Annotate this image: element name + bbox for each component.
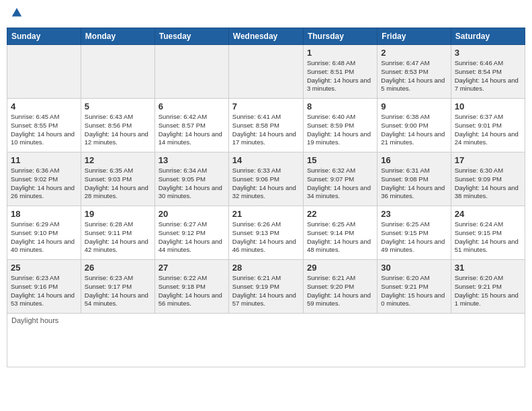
cell-info: Sunrise: 6:25 AMSunset: 9:14 PMDaylight:…: [307, 220, 373, 255]
cell-info: Sunrise: 6:41 AMSunset: 8:58 PMDaylight:…: [232, 113, 300, 147]
cell-info: Sunrise: 6:20 AMSunset: 9:21 PMDaylight:…: [381, 274, 447, 308]
cell-info: Sunrise: 6:45 AMSunset: 8:55 PMDaylight:…: [11, 113, 77, 147]
calendar-cell: 11Sunrise: 6:36 AMSunset: 9:02 PMDayligh…: [7, 152, 81, 206]
calendar-cell: 13Sunrise: 6:34 AMSunset: 9:05 PMDayligh…: [154, 152, 228, 206]
calendar-cell: 20Sunrise: 6:27 AMSunset: 9:12 PMDayligh…: [154, 206, 228, 260]
day-number: 13: [159, 155, 225, 165]
day-number: 30: [381, 263, 447, 273]
calendar-cell: 21Sunrise: 6:26 AMSunset: 9:13 PMDayligh…: [228, 206, 303, 260]
cell-info: Sunrise: 6:46 AMSunset: 8:54 PMDaylight:…: [455, 59, 521, 93]
calendar-cell: 10Sunrise: 6:37 AMSunset: 9:01 PMDayligh…: [451, 99, 525, 152]
col-header-thursday: Thursday: [303, 28, 377, 45]
cell-info: Sunrise: 6:21 AMSunset: 9:19 PMDaylight:…: [232, 274, 300, 308]
calendar-cell: 2Sunrise: 6:47 AMSunset: 8:53 PMDaylight…: [378, 45, 451, 99]
cell-info: Sunrise: 6:26 AMSunset: 9:13 PMDaylight:…: [232, 220, 300, 255]
cell-info: Sunrise: 6:34 AMSunset: 9:05 PMDaylight:…: [159, 167, 225, 201]
calendar-cell: 24Sunrise: 6:24 AMSunset: 9:15 PMDayligh…: [451, 206, 525, 260]
calendar-cell: 16Sunrise: 6:31 AMSunset: 9:08 PMDayligh…: [378, 152, 451, 206]
calendar-cell: [7, 45, 81, 99]
calendar-week-row: 4Sunrise: 6:45 AMSunset: 8:55 PMDaylight…: [7, 99, 525, 152]
cell-info: Sunrise: 6:29 AMSunset: 9:10 PMDaylight:…: [11, 220, 77, 255]
day-number: 2: [381, 48, 447, 58]
cell-info: Sunrise: 6:20 AMSunset: 9:21 PMDaylight:…: [455, 274, 521, 308]
day-number: 1: [307, 48, 373, 58]
cell-info: Sunrise: 6:37 AMSunset: 9:01 PMDaylight:…: [455, 113, 521, 147]
calendar-cell: 29Sunrise: 6:21 AMSunset: 9:20 PMDayligh…: [303, 260, 377, 314]
calendar-cell: 6Sunrise: 6:42 AMSunset: 8:57 PMDaylight…: [154, 99, 228, 152]
day-number: 15: [307, 155, 373, 165]
logo-wordmark: [9, 7, 23, 22]
day-number: 29: [307, 263, 373, 273]
cell-info: Sunrise: 6:47 AMSunset: 8:53 PMDaylight:…: [381, 59, 447, 93]
footnote: Daylight hours: [7, 314, 525, 367]
day-number: 25: [11, 263, 77, 273]
calendar-table: SundayMondayTuesdayWednesdayThursdayFrid…: [7, 28, 525, 367]
cell-info: Sunrise: 6:30 AMSunset: 9:09 PMDaylight:…: [455, 167, 521, 201]
calendar-cell: 28Sunrise: 6:21 AMSunset: 9:19 PMDayligh…: [228, 260, 303, 314]
day-number: 16: [381, 155, 447, 165]
calendar-cell: 3Sunrise: 6:46 AMSunset: 8:54 PMDaylight…: [451, 45, 525, 99]
cell-info: Sunrise: 6:32 AMSunset: 9:07 PMDaylight:…: [307, 167, 373, 201]
calendar-cell: 27Sunrise: 6:22 AMSunset: 9:18 PMDayligh…: [154, 260, 228, 314]
day-number: 23: [381, 209, 447, 219]
col-header-wednesday: Wednesday: [228, 28, 303, 45]
calendar-cell: 1Sunrise: 6:48 AMSunset: 8:51 PMDaylight…: [303, 45, 377, 99]
calendar-cell: 17Sunrise: 6:30 AMSunset: 9:09 PMDayligh…: [451, 152, 525, 206]
day-number: 17: [455, 155, 521, 165]
day-number: 14: [232, 155, 300, 165]
day-number: 5: [85, 101, 151, 111]
day-number: 26: [85, 263, 151, 273]
calendar-cell: 9Sunrise: 6:38 AMSunset: 9:00 PMDaylight…: [378, 99, 451, 152]
col-header-tuesday: Tuesday: [154, 28, 228, 45]
calendar-header-row: SundayMondayTuesdayWednesdayThursdayFrid…: [7, 28, 525, 45]
col-header-saturday: Saturday: [451, 28, 525, 45]
calendar-week-row: 18Sunrise: 6:29 AMSunset: 9:10 PMDayligh…: [7, 206, 525, 260]
cell-info: Sunrise: 6:25 AMSunset: 9:15 PMDaylight:…: [381, 220, 447, 255]
calendar-cell: [81, 45, 154, 99]
calendar-cell: 12Sunrise: 6:35 AMSunset: 9:03 PMDayligh…: [81, 152, 154, 206]
day-number: 24: [455, 209, 521, 219]
cell-info: Sunrise: 6:31 AMSunset: 9:08 PMDaylight:…: [381, 167, 447, 201]
day-number: 27: [159, 263, 225, 273]
day-number: 31: [455, 263, 521, 273]
cell-info: Sunrise: 6:33 AMSunset: 9:06 PMDaylight:…: [232, 167, 300, 201]
cell-info: Sunrise: 6:28 AMSunset: 9:11 PMDaylight:…: [85, 220, 151, 255]
calendar-cell: 31Sunrise: 6:20 AMSunset: 9:21 PMDayligh…: [451, 260, 525, 314]
day-number: 21: [232, 209, 300, 219]
calendar-cell: 5Sunrise: 6:43 AMSunset: 8:56 PMDaylight…: [81, 99, 154, 152]
cell-info: Sunrise: 6:38 AMSunset: 9:00 PMDaylight:…: [381, 113, 447, 147]
calendar-cell: 25Sunrise: 6:23 AMSunset: 9:16 PMDayligh…: [7, 260, 81, 314]
cell-info: Sunrise: 6:27 AMSunset: 9:12 PMDaylight:…: [159, 220, 225, 255]
col-header-monday: Monday: [81, 28, 154, 45]
calendar-week-row: 25Sunrise: 6:23 AMSunset: 9:16 PMDayligh…: [7, 260, 525, 314]
calendar-cell: [228, 45, 303, 99]
calendar-cell: 8Sunrise: 6:40 AMSunset: 8:59 PMDaylight…: [303, 99, 377, 152]
calendar-cell: 14Sunrise: 6:33 AMSunset: 9:06 PMDayligh…: [228, 152, 303, 206]
day-number: 18: [11, 209, 77, 219]
cell-info: Sunrise: 6:23 AMSunset: 9:17 PMDaylight:…: [85, 274, 151, 308]
col-header-friday: Friday: [378, 28, 451, 45]
logo: [9, 7, 23, 22]
calendar-cell: 19Sunrise: 6:28 AMSunset: 9:11 PMDayligh…: [81, 206, 154, 260]
calendar-cell: 23Sunrise: 6:25 AMSunset: 9:15 PMDayligh…: [378, 206, 451, 260]
day-number: 28: [232, 263, 300, 273]
day-number: 7: [232, 101, 300, 111]
col-header-sunday: Sunday: [7, 28, 81, 45]
cell-info: Sunrise: 6:22 AMSunset: 9:18 PMDaylight:…: [159, 274, 225, 308]
logo-icon: [11, 7, 23, 19]
calendar-cell: 22Sunrise: 6:25 AMSunset: 9:14 PMDayligh…: [303, 206, 377, 260]
calendar-cell: 18Sunrise: 6:29 AMSunset: 9:10 PMDayligh…: [7, 206, 81, 260]
cell-info: Sunrise: 6:24 AMSunset: 9:15 PMDaylight:…: [455, 220, 521, 255]
day-number: 4: [11, 101, 77, 111]
cell-info: Sunrise: 6:21 AMSunset: 9:20 PMDaylight:…: [307, 274, 373, 308]
day-number: 12: [85, 155, 151, 165]
calendar-cell: 4Sunrise: 6:45 AMSunset: 8:55 PMDaylight…: [7, 99, 81, 152]
cell-info: Sunrise: 6:35 AMSunset: 9:03 PMDaylight:…: [85, 167, 151, 201]
page-header: [7, 7, 525, 22]
day-number: 3: [455, 48, 521, 58]
calendar-cell: 15Sunrise: 6:32 AMSunset: 9:07 PMDayligh…: [303, 152, 377, 206]
day-number: 9: [381, 101, 447, 111]
cell-info: Sunrise: 6:23 AMSunset: 9:16 PMDaylight:…: [11, 274, 77, 308]
calendar-cell: 7Sunrise: 6:41 AMSunset: 8:58 PMDaylight…: [228, 99, 303, 152]
day-number: 11: [11, 155, 77, 165]
